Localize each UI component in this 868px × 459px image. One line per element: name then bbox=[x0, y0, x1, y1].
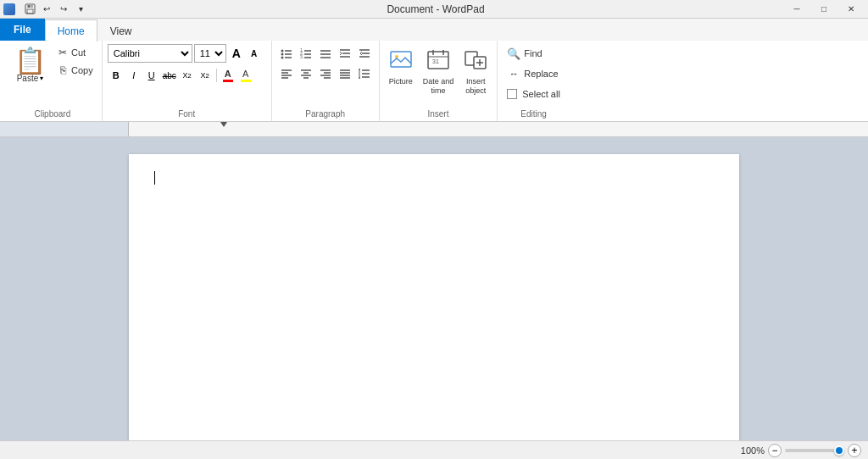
zoom-in-button[interactable]: + bbox=[848, 444, 861, 457]
ribbon-tab-bar: File Home View bbox=[0, 19, 868, 41]
copy-icon: ⎘ bbox=[57, 64, 69, 76]
document-page[interactable] bbox=[129, 154, 739, 440]
picture-button[interactable]: Picture bbox=[385, 44, 417, 89]
svg-rect-44 bbox=[391, 52, 411, 67]
replace-button[interactable]: ↔ Replace bbox=[503, 64, 562, 83]
datetime-button[interactable]: 31 Date andtime bbox=[419, 44, 459, 98]
insert-content: Picture 31 Date andtime Insertobject bbox=[385, 44, 492, 107]
main-area bbox=[0, 137, 868, 440]
cut-label: Cut bbox=[71, 47, 86, 58]
font-color-indicator bbox=[223, 80, 233, 82]
zoom-slider[interactable] bbox=[785, 449, 844, 452]
indent-less-button[interactable] bbox=[355, 44, 374, 63]
subscript-button[interactable]: X2 bbox=[179, 67, 196, 84]
select-all-button[interactable]: Select all bbox=[503, 85, 565, 103]
font-grow-button[interactable]: A bbox=[228, 45, 245, 62]
justify-button[interactable] bbox=[336, 64, 354, 83]
highlight-icon: A bbox=[242, 69, 248, 79]
clipboard-content: 📋 Paste ▾ ✂ Cut ⎘ Copy bbox=[8, 44, 97, 107]
format-row: B I U abc X2 X2 A A bbox=[108, 67, 254, 84]
line-spacing-button[interactable] bbox=[355, 64, 374, 83]
zoom-level-text: 100% bbox=[741, 445, 765, 456]
insert-group-label: Insert bbox=[385, 107, 492, 121]
paste-icon: 📋 bbox=[14, 48, 46, 74]
superscript-button[interactable]: X2 bbox=[197, 67, 214, 84]
highlight-color-button[interactable]: A bbox=[237, 67, 254, 84]
text-cursor bbox=[154, 171, 155, 185]
zoom-out-button[interactable]: − bbox=[768, 444, 782, 457]
qat-save-button[interactable] bbox=[22, 2, 37, 17]
replace-icon: ↔ bbox=[507, 69, 520, 79]
strikethrough-button[interactable]: abc bbox=[161, 67, 178, 84]
paragraph-row1: 1.2.3. bbox=[277, 44, 374, 63]
paste-button[interactable]: 📋 Paste ▾ bbox=[8, 44, 52, 86]
list-button[interactable] bbox=[316, 44, 335, 63]
font-color-button[interactable]: A bbox=[220, 67, 236, 84]
svg-rect-3 bbox=[27, 9, 33, 14]
clipboard-group: 📋 Paste ▾ ✂ Cut ⎘ Copy Clipboard bbox=[3, 41, 103, 121]
paragraph-group: 1.2.3. bbox=[272, 41, 380, 121]
find-button[interactable]: 🔍 Find bbox=[503, 44, 546, 63]
paragraph-content: 1.2.3. bbox=[277, 44, 374, 107]
numbering-button[interactable]: 1.2.3. bbox=[297, 44, 315, 63]
svg-point-6 bbox=[281, 53, 283, 56]
find-icon: 🔍 bbox=[507, 47, 520, 60]
ribbon: 📋 Paste ▾ ✂ Cut ⎘ Copy Clipboard bbox=[0, 41, 868, 122]
font-size-select[interactable]: 11 bbox=[194, 44, 226, 63]
align-left-button[interactable] bbox=[277, 64, 296, 83]
minimize-button[interactable]: ─ bbox=[783, 0, 810, 19]
maximize-button[interactable]: □ bbox=[810, 0, 837, 19]
font-group-label: Font bbox=[108, 107, 266, 121]
tab-file[interactable]: File bbox=[0, 19, 45, 41]
clipboard-group-label: Clipboard bbox=[8, 107, 97, 121]
svg-text:31: 31 bbox=[432, 58, 439, 64]
picture-label: Picture bbox=[389, 77, 413, 86]
select-all-label: Select all bbox=[522, 89, 560, 99]
underline-button[interactable]: U bbox=[143, 67, 160, 84]
insert-object-button[interactable]: Insertobject bbox=[459, 44, 492, 98]
tab-view[interactable]: View bbox=[97, 19, 145, 41]
highlight-color-indicator bbox=[241, 80, 251, 82]
font-shrink-button[interactable]: A bbox=[246, 45, 263, 62]
indent-more-button[interactable] bbox=[336, 44, 354, 63]
ruler bbox=[0, 122, 868, 137]
cut-button[interactable]: ✂ Cut bbox=[53, 44, 97, 61]
align-right-button[interactable] bbox=[316, 64, 335, 83]
insert-group: Picture 31 Date andtime Insertobject Ins… bbox=[380, 41, 498, 121]
paste-label: Paste bbox=[17, 74, 39, 83]
paste-dropdown-icon: ▾ bbox=[40, 75, 43, 82]
datetime-label: Date andtime bbox=[423, 77, 454, 96]
font-family-select[interactable]: Calibri bbox=[108, 44, 192, 63]
app-icon bbox=[3, 3, 15, 15]
cut-icon: ✂ bbox=[57, 47, 69, 58]
status-bar: 100% − + bbox=[0, 440, 868, 459]
qat-redo-button[interactable]: ↪ bbox=[56, 2, 71, 17]
editing-group: 🔍 Find ↔ Replace Select all Editing bbox=[498, 41, 570, 121]
ruler-indent-marker[interactable] bbox=[220, 122, 227, 129]
qat-dropdown-button[interactable]: ▾ bbox=[73, 2, 88, 17]
align-center-button[interactable] bbox=[297, 64, 315, 83]
quick-access-toolbar: ↩ ↪ ▾ bbox=[22, 2, 88, 17]
close-button[interactable]: ✕ bbox=[837, 0, 865, 19]
grow-shrink-btns: A A bbox=[228, 45, 263, 62]
zoom-section: 100% − + bbox=[741, 444, 861, 457]
tab-home[interactable]: Home bbox=[45, 19, 97, 41]
copy-button[interactable]: ⎘ Copy bbox=[53, 62, 97, 79]
qat-undo-button[interactable]: ↩ bbox=[39, 2, 54, 17]
copy-label: Copy bbox=[71, 65, 93, 75]
title-bar: ↩ ↪ ▾ Document - WordPad ─ □ ✕ bbox=[0, 0, 868, 19]
datetime-icon: 31 bbox=[426, 48, 450, 75]
select-all-icon bbox=[507, 89, 517, 99]
italic-button[interactable]: I bbox=[125, 67, 142, 84]
picture-icon bbox=[389, 48, 413, 75]
insert-object-label: Insertobject bbox=[465, 77, 486, 96]
cut-copy-btns: ✂ Cut ⎘ Copy bbox=[53, 44, 97, 79]
svg-text:3.: 3. bbox=[300, 54, 303, 59]
bullets-button[interactable] bbox=[277, 44, 296, 63]
bold-button[interactable]: B bbox=[108, 67, 125, 84]
svg-point-8 bbox=[281, 57, 283, 59]
paragraph-group-label: Paragraph bbox=[277, 107, 374, 121]
editing-content: 🔍 Find ↔ Replace Select all bbox=[503, 44, 565, 107]
font-select-row: Calibri 11 A A bbox=[108, 44, 263, 63]
ruler-left-margin bbox=[0, 122, 129, 136]
